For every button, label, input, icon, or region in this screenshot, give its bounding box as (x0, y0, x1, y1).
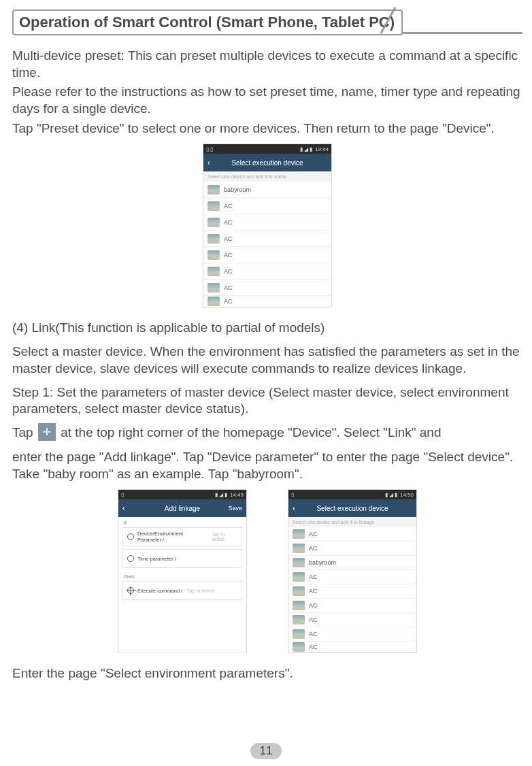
device-label: AC (224, 268, 233, 275)
device-label: AC (224, 219, 233, 226)
paragraph-enter-linkage: enter the page "Add linkage". Tap "Devic… (12, 449, 522, 482)
status-bar: ▯ ▮ ◢ ▮ 14:49 (118, 490, 246, 499)
nav-title: Select execution device (288, 505, 416, 512)
device-thumb-icon (293, 601, 305, 610)
page-number: 11 (260, 744, 273, 758)
list-item[interactable]: AC (203, 231, 331, 247)
clock-icon (127, 555, 134, 562)
list-item[interactable]: babyroom (288, 556, 416, 570)
globe-icon (127, 533, 134, 540)
status-signal-icon: ▮ ◢ ▮ (300, 146, 312, 152)
device-label: AC (309, 616, 318, 623)
target-icon (127, 587, 134, 594)
device-thumb-icon (207, 218, 220, 227)
page-number-badge: 11 (250, 743, 282, 759)
device-thumb-icon (293, 529, 305, 539)
section-label-if: if (118, 517, 246, 527)
nav-title: Select execution device (203, 159, 331, 167)
list-item[interactable]: AC (203, 198, 331, 214)
save-button[interactable]: Save (228, 505, 242, 512)
screenshot-select-device-1: ▯ ▯ ▮ ◢ ▮ 19:44 ‹ Select execution devic… (12, 144, 522, 307)
device-label: AC (224, 235, 233, 242)
list-item[interactable]: AC (203, 263, 331, 280)
device-thumb-icon (293, 642, 305, 652)
list-item[interactable]: AC (203, 247, 331, 263)
paragraph-step1: Step 1: Set the parameters of master dev… (12, 384, 522, 418)
device-thumb-icon (293, 558, 305, 567)
device-label: AC (309, 644, 318, 650)
row-label: Execute command / (137, 588, 182, 594)
device-thumb-icon (207, 185, 220, 195)
device-label: AC (309, 545, 318, 552)
list-item[interactable]: AC (288, 542, 416, 556)
device-thumb-icon (207, 283, 220, 293)
device-thumb-icon (293, 586, 305, 596)
app-navbar: ‹ Select execution device (203, 154, 331, 171)
device-label: AC (309, 588, 318, 595)
text-tap-prefix: Tap (12, 425, 37, 439)
plus-icon: + (38, 423, 56, 441)
device-thumb-icon (293, 615, 305, 625)
paragraph-refer-instructions: Please refer to the instructions as how … (12, 84, 522, 117)
paragraph-tap-preset: Tap "Preset device" to select one or mor… (12, 120, 522, 137)
paragraph-multidevice-intro: Multi-device preset: This can preset mul… (12, 48, 522, 81)
list-item[interactable]: AC (288, 527, 416, 542)
list-item[interactable]: babyroom (203, 182, 331, 198)
list-item[interactable]: AC (288, 570, 416, 584)
list-item[interactable]: AC (288, 599, 416, 613)
device-label: AC (224, 298, 233, 305)
device-thumb-icon (207, 201, 220, 211)
device-thumb-icon (207, 297, 220, 306)
paragraph-tap-plus: Tap + at the top right corner of the hom… (12, 424, 522, 442)
device-label: babyroom (309, 559, 336, 566)
text-tap-suffix: at the top right corner of the homepage … (61, 425, 441, 439)
row-hint: Tap to select (212, 532, 237, 542)
device-thumb-icon (293, 544, 305, 553)
status-time: 19:44 (315, 146, 329, 152)
status-left-icons: ▯ (291, 492, 294, 498)
status-left-icons: ▯ ▯ (206, 146, 213, 152)
device-label: AC (224, 252, 233, 259)
app-navbar: ‹ Add linkage Save (118, 499, 246, 517)
section-title-banner: Operation of Smart Control (Smart Phone,… (12, 8, 522, 35)
list-item[interactable]: AC (288, 642, 416, 652)
time-parameter-row[interactable]: Time parameter / (122, 549, 242, 568)
device-thumb-icon (293, 629, 305, 639)
execute-command-row[interactable]: Execute command / Tap to select (122, 581, 242, 600)
status-signal-icon: ▮ ◢ ▮ (215, 492, 227, 498)
status-left-icons: ▯ (121, 492, 124, 498)
list-item[interactable]: AC (288, 627, 416, 642)
list-item[interactable]: AC (288, 613, 416, 627)
device-label: AC (309, 573, 318, 580)
device-label: babyroom (224, 186, 251, 193)
row-label: Time parameter / (137, 556, 176, 562)
list-item[interactable]: AC (203, 280, 331, 296)
list-item[interactable]: AC (203, 296, 331, 307)
device-parameter-row[interactable]: Device/Environment Parameter / Tap to se… (122, 527, 242, 546)
paragraph-link-desc: Select a master device. When the environ… (12, 344, 522, 377)
device-thumb-icon (207, 267, 220, 276)
device-thumb-icon (293, 572, 305, 582)
row-hint: Tap to select (187, 588, 214, 593)
device-thumb-icon (207, 250, 220, 260)
list-item[interactable]: AC (288, 584, 416, 599)
status-signal-icon: ▮ ◢ ▮ (385, 492, 397, 498)
device-label: AC (224, 284, 233, 291)
status-time: 14:49 (230, 492, 244, 498)
device-label: AC (224, 203, 233, 210)
page-title: Operation of Smart Control (Smart Phone,… (12, 10, 403, 35)
device-label: AC (309, 602, 318, 609)
device-thumb-icon (207, 234, 220, 244)
status-bar: ▯ ▮ ◢ ▮ 14:50 (288, 490, 416, 499)
device-label: AC (309, 631, 318, 637)
phone-mock-select-device-2: ▯ ▮ ◢ ▮ 14:50 ‹ Select execution device … (288, 489, 417, 653)
status-time: 14:50 (400, 492, 414, 498)
phone-mock: ▯ ▯ ▮ ◢ ▮ 19:44 ‹ Select execution devic… (203, 144, 332, 307)
nav-title: Add linkage (118, 505, 246, 512)
list-hint: Select one device and add it to scene (203, 171, 331, 182)
status-bar: ▯ ▯ ▮ ◢ ▮ 19:44 (203, 144, 331, 154)
paragraph-enter-env-params: Enter the page "Select environment param… (12, 665, 522, 682)
list-item[interactable]: AC (203, 214, 331, 231)
list-hint: Select one device and add it to linkage (288, 517, 416, 527)
phone-mock-add-linkage: ▯ ▮ ◢ ▮ 14:49 ‹ Add linkage Save if Devi… (118, 489, 247, 652)
